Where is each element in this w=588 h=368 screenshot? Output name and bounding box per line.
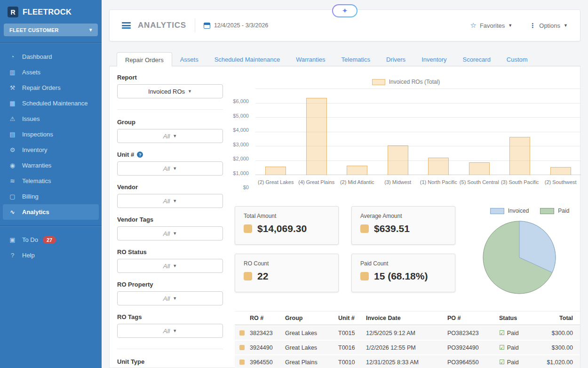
- menu-icon[interactable]: [122, 22, 131, 29]
- sidebar-item-help[interactable]: ?Help: [0, 248, 102, 263]
- filter-select-vendor-tags[interactable]: All▼: [117, 226, 223, 240]
- todo-count-badge: 27: [43, 236, 56, 244]
- tab-custom[interactable]: Custom: [499, 52, 536, 66]
- y-axis-tick: $5,000: [227, 113, 249, 119]
- sidebar-item-scheduled-maintenance[interactable]: ▦Scheduled Maintenance: [0, 96, 102, 111]
- warning-icon: ⚠: [8, 115, 16, 122]
- bar-chart-legend: Invoiced ROs (Total): [231, 79, 581, 85]
- sidebar-item-warranties[interactable]: ◉Warranties: [0, 158, 102, 173]
- bar--4-great-plains[interactable]: [306, 98, 327, 175]
- shield-icon: ◉: [8, 162, 16, 169]
- filter-divider: [117, 349, 223, 349]
- fleetrock-logo-icon: R: [8, 7, 18, 17]
- favorites-button[interactable]: ☆ Favorites ▼: [470, 21, 512, 30]
- sidebar-item-analytics[interactable]: ∿Analytics: [3, 204, 99, 220]
- stat-value: 22: [257, 271, 268, 282]
- sidebar-item-repair-orders[interactable]: ⚒Repair Orders: [0, 80, 102, 96]
- sidebar-item-inventory[interactable]: ⚙Inventory: [0, 142, 102, 158]
- sidebar-item-issues[interactable]: ⚠Issues: [0, 111, 102, 127]
- cell-unit-number: T0010: [338, 359, 366, 366]
- bar--2-mid-atlantic[interactable]: [347, 166, 367, 175]
- sidebar-item-label: Scheduled Maintenance: [22, 100, 88, 107]
- sidebar-item-to-do[interactable]: ▣To Do27: [0, 232, 102, 248]
- analytics-tabs: Repair OrdersAssetsScheduled Maintenance…: [117, 52, 536, 66]
- filter-group-report: ReportInvoiced ROs▼: [117, 74, 223, 98]
- sidebar-item-telematics[interactable]: ≋Telematics: [0, 173, 102, 189]
- stat-value-row: $14,069.30: [244, 223, 330, 234]
- stat-card-ro-count: RO Count22: [235, 254, 339, 292]
- tab-scorecard[interactable]: Scorecard: [455, 52, 499, 66]
- cell-group: Great Lakes: [285, 330, 338, 336]
- stat-label: Total Amount: [244, 213, 330, 219]
- tab-telematics[interactable]: Telematics: [334, 52, 378, 66]
- legend-label: Invoiced ROs (Total): [389, 79, 440, 85]
- bar--2-southwest[interactable]: [550, 167, 571, 175]
- cell-group: Great Lakes: [285, 344, 338, 351]
- stat-swatch-icon: [360, 224, 369, 233]
- divider: [195, 18, 195, 32]
- filter-label: Unit Type: [117, 358, 223, 365]
- tab-scheduled-maintenance[interactable]: Scheduled Maintenance: [207, 52, 288, 66]
- filter-select-ro-status[interactable]: All▼: [117, 259, 223, 273]
- x-axis-label: (5) South Central: [459, 179, 500, 185]
- filter-label: RO Status: [117, 248, 223, 256]
- stat-label: Paid Count: [360, 260, 446, 267]
- filter-select-group[interactable]: All▼: [117, 129, 223, 143]
- filter-label-text: RO Status: [117, 248, 147, 256]
- cogs-icon: ⚙: [8, 146, 16, 153]
- filter-select-value: Invoiced ROs: [148, 88, 185, 95]
- tab-assets[interactable]: Assets: [172, 52, 207, 66]
- stat-value: 15 (68.18%): [374, 271, 428, 282]
- page: R FLEETROCK FLEET CUSTOMER ▼ ◔Dashboard▥…: [0, 0, 588, 368]
- pie-chart-legend: InvoicedPaid: [478, 208, 581, 214]
- table-row[interactable]: 3823423Great LakesT001512/5/2025 9:12 AM…: [235, 326, 580, 340]
- help-icon[interactable]: ?: [137, 152, 143, 158]
- filter-select-value: All: [163, 295, 170, 302]
- filter-select-report[interactable]: Invoiced ROs▼: [117, 84, 223, 98]
- bar-chart-x-axis: (2) Great Lakes(4) Great Plains(2) Mid A…: [255, 179, 581, 185]
- tab-drivers[interactable]: Drivers: [378, 52, 413, 66]
- fleet-customer-label: FLEET CUSTOMER: [9, 27, 59, 33]
- sidebar-item-inspections[interactable]: ▤Inspections: [0, 127, 102, 142]
- kebab-menu-icon: ⋮: [529, 22, 536, 29]
- column-header-ro-: RO #: [250, 315, 285, 321]
- sidebar-item-label: Repair Orders: [22, 84, 61, 91]
- tab-inventory[interactable]: Inventory: [413, 52, 454, 66]
- stat-card-paid-count: Paid Count15 (68.18%): [351, 254, 455, 292]
- bar--1-north-pacific[interactable]: [428, 158, 449, 175]
- filter-select-ro-property[interactable]: All▼: [117, 291, 223, 305]
- ai-assistant-button[interactable]: ✦: [332, 4, 358, 17]
- cell-po-number: PO3924490: [447, 344, 499, 351]
- table-row[interactable]: 3924490Great LakesT00161/2/2026 12:55 PM…: [235, 341, 580, 354]
- bar--2-great-lakes[interactable]: [265, 167, 286, 175]
- filter-group-unit-: Unit #?All▼: [117, 151, 223, 176]
- bar--5-south-central[interactable]: [469, 162, 490, 175]
- bar--3-south-pacific[interactable]: [509, 137, 530, 175]
- bars-row: [255, 89, 581, 175]
- filter-select-vendor[interactable]: All▼: [117, 194, 223, 208]
- tab-warranties[interactable]: Warranties: [288, 52, 333, 66]
- bar-slot: [459, 89, 500, 175]
- filter-group-group: GroupAll▼: [117, 119, 223, 143]
- filter-label: RO Tags: [117, 313, 223, 320]
- sidebar-item-assets[interactable]: ▥Assets: [0, 64, 102, 80]
- bar--3-midwest[interactable]: [388, 145, 408, 175]
- filter-select-unit-[interactable]: All▼: [117, 161, 223, 176]
- brand-logo[interactable]: R FLEETROCK: [0, 0, 102, 23]
- date-range-picker[interactable]: 12/4/2025 - 3/3/2026: [214, 22, 268, 29]
- filter-select-ro-tags[interactable]: All▼: [117, 324, 223, 338]
- tab-repair-orders[interactable]: Repair Orders: [117, 52, 172, 66]
- x-axis-label: (4) Great Plains: [296, 179, 337, 185]
- filter-select-value: All: [163, 263, 170, 270]
- chevron-down-icon: ▼: [173, 296, 177, 301]
- sidebar-item-dashboard[interactable]: ◔Dashboard: [0, 49, 102, 64]
- stat-swatch-icon: [244, 272, 252, 280]
- table-row[interactable]: 3964550Great PlainsT001012/31/2025 8:33 …: [235, 355, 580, 368]
- filter-group-ro-property: RO PropertyAll▼: [117, 281, 223, 305]
- sidebar-item-billing[interactable]: ▢Billing: [0, 189, 102, 204]
- main-content-card: ReportInvoiced ROs▼GroupAll▼Unit #?All▼V…: [109, 66, 580, 368]
- fleet-customer-selector[interactable]: FLEET CUSTOMER ▼: [4, 24, 98, 36]
- cell-status: ☑Paid: [499, 344, 546, 351]
- bar-slot: [418, 89, 459, 175]
- options-button[interactable]: ⋮ Options ▼: [529, 22, 568, 29]
